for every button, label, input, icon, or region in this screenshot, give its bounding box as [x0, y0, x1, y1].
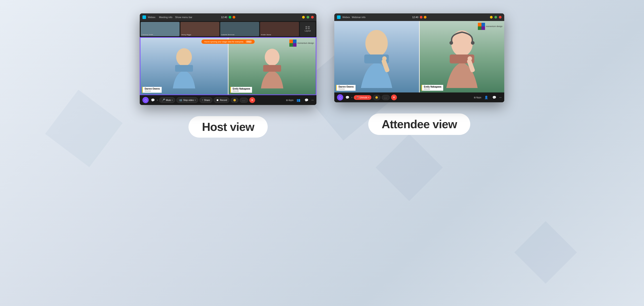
attendee-view-section: Webex Webinar info 12:40 — [334, 13, 504, 135]
attendee-momentum-logo-icon — [478, 23, 485, 30]
svg-rect-3 — [293, 43, 296, 47]
attendee-rec-indicator — [420, 16, 422, 18]
host-app-name: Webex — [148, 16, 156, 18]
share-button[interactable]: ↑ Share — [200, 97, 213, 103]
attendee-window: Webex Webinar info 12:40 — [334, 13, 504, 102]
svg-point-4 — [176, 48, 192, 66]
attendee-emoji-icon: 😊 — [375, 96, 378, 99]
attendee-minimize-button[interactable] — [490, 16, 492, 18]
unmute-chevron: ▾ — [368, 96, 369, 98]
svg-rect-2 — [289, 43, 293, 47]
momentum-logo-icon — [289, 39, 296, 47]
more-button[interactable]: ... — [240, 98, 248, 103]
stage-logo: momentum design — [289, 39, 314, 47]
host-view-label: Host view — [188, 116, 268, 138]
share-icon: ↑ — [202, 98, 203, 102]
apps-button[interactable]: ⊞ Apps — [286, 99, 294, 101]
attendee-emily-name-label: Emily Nakagawa Director — [422, 85, 443, 91]
svg-rect-14 — [478, 26, 482, 30]
record-button[interactable]: ⏺ Record — [214, 97, 230, 103]
host-meeting-info[interactable]: Meeting info — [159, 16, 172, 18]
attendee-more-button[interactable]: ... — [382, 95, 390, 100]
attendee-momentum-logo-text: momentum design — [486, 25, 502, 27]
svg-point-16 — [366, 30, 388, 57]
svg-rect-7 — [263, 65, 281, 72]
attendee-app-name: Webex — [342, 16, 350, 18]
toolbar-more-button[interactable]: ••• — [311, 99, 314, 101]
more-dots: ... — [242, 99, 245, 101]
attendee-toolbar-chat-button[interactable]: 💬 — [491, 94, 497, 100]
record-icon: ⏺ — [216, 98, 219, 102]
svg-point-6 — [265, 49, 280, 66]
layout-button[interactable]: Layout — [300, 22, 316, 36]
svg-rect-13 — [482, 23, 485, 26]
attendee-darren-name-label: Darren Owens Director — [336, 85, 356, 91]
darren-silhouette — [168, 44, 200, 88]
chat-chevron[interactable]: ▾ — [157, 99, 158, 101]
attendee-window-content: momentum design — [334, 21, 504, 102]
momentum-logo-text: momentum design — [298, 42, 314, 44]
attendee-toolbar-left: ◯ 💬 ▾ — [337, 94, 352, 100]
emoji-button[interactable]: 😊 — [231, 98, 238, 103]
participant-thumb-2[interactable]: Henry Riggs — [180, 22, 219, 36]
status-button[interactable]: ◯ — [142, 97, 149, 103]
layout-icon — [306, 26, 310, 29]
host-window-content: Clarissa Smith Henry Riggs Isabelle Bren… — [140, 21, 316, 105]
close-window-button[interactable] — [311, 16, 314, 18]
sync-stop-button[interactable]: Stop — [246, 40, 252, 43]
host-toolbar-right: ⊞ Apps 👥 💬 ••• — [286, 97, 314, 103]
attendee-status-button[interactable]: ◯ — [337, 94, 343, 100]
attendee-toolbar-chat-icon: 💬 — [492, 96, 496, 99]
attendee-titlebar-time: 12:40 — [412, 16, 426, 18]
host-show-menu[interactable]: Show menu bar — [175, 16, 192, 18]
attendee-apps-icon: ⊞ — [474, 96, 476, 99]
maximize-button[interactable] — [306, 16, 309, 18]
attendee-webex-icon — [337, 15, 340, 19]
emily-name-label: Emily Nakagawa Director — [230, 87, 252, 93]
toolbar-chat-button[interactable]: 💬 — [303, 97, 310, 103]
attendee-end-call-button[interactable]: ✕ — [391, 94, 397, 100]
recording-indicator — [228, 16, 231, 18]
unmute-button[interactable]: 🎤 Unmute ▾ — [354, 95, 372, 100]
stop-video-button[interactable]: 📹 Stop video ▾ — [176, 97, 198, 103]
attendee-chat-icon: 💬 — [346, 96, 349, 99]
participant-thumb-4[interactable]: Kristin Stone — [260, 22, 299, 36]
attendee-apps-button[interactable]: ⊞ Apps — [474, 96, 482, 99]
host-stage-area: You're syncing your stage view for every… — [140, 37, 316, 95]
attendee-toolbar-more[interactable]: ••• — [499, 96, 502, 99]
stage-video-darren: Darren Owens Director — [140, 38, 228, 94]
mute-chevron: ▾ — [172, 99, 173, 101]
attendee-stage-video-darren: Darren Owens Director — [334, 21, 419, 92]
host-window: Webex Meeting info Show menu bar 12:40 — [140, 13, 316, 105]
apps-icon: ⊞ — [286, 99, 288, 101]
attendee-people-button[interactable]: 👤 — [483, 94, 489, 100]
chat-button[interactable]: 💬 — [150, 97, 156, 103]
participant-strip: Clarissa Smith Henry Riggs Isabelle Bren… — [140, 21, 316, 37]
participants-button[interactable]: 👥 — [295, 97, 302, 103]
attendee-titlebar: Webex Webinar info 12:40 — [334, 13, 504, 21]
attendee-darren-silhouette — [356, 25, 397, 88]
mute-icon: 🎤 — [162, 98, 165, 102]
svg-point-25 — [471, 41, 474, 45]
participant-thumb-1[interactable]: Clarissa Smith — [141, 22, 180, 36]
attendee-close-button[interactable] — [499, 16, 502, 18]
svg-rect-0 — [289, 39, 293, 43]
webex-icon — [142, 15, 146, 19]
participant-name-2: Henry Riggs — [181, 34, 191, 36]
attendee-emoji-button[interactable]: 😊 — [373, 95, 380, 100]
minimize-button[interactable] — [302, 16, 305, 18]
attendee-status-indicator — [424, 16, 426, 18]
participant-thumb-3[interactable]: Isabelle Brennan — [220, 22, 259, 36]
attendee-toolbar-right: ⊞ Apps 👤 💬 ••• — [474, 94, 502, 100]
attendee-chat-chevron[interactable]: ▾ — [351, 96, 352, 99]
end-call-button[interactable]: ✕ — [249, 97, 255, 103]
host-titlebar-time: 12:40 — [221, 16, 235, 18]
participant-name-1: Clarissa Smith — [142, 34, 153, 36]
attendee-stage-logo: momentum design — [478, 23, 502, 30]
attendee-maximize-button[interactable] — [494, 16, 497, 18]
attendee-webinar-info[interactable]: Webinar info — [352, 16, 366, 18]
mute-button[interactable]: 🎤 Mute ▾ — [159, 97, 175, 103]
svg-point-19 — [382, 56, 386, 61]
attendee-chat-button[interactable]: 💬 — [344, 94, 350, 100]
svg-rect-1 — [293, 39, 296, 43]
